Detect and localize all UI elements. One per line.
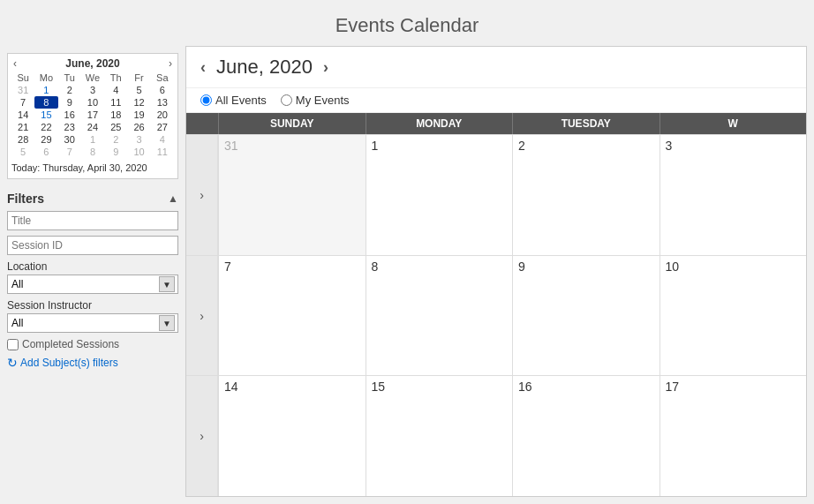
- mini-col-tu: Tu: [58, 71, 81, 84]
- calendar-panel: ‹ June, 2020 › All Events My Events: [185, 46, 807, 497]
- cal-header-sunday: SUNDAY: [218, 113, 366, 134]
- mini-cal-day[interactable]: 1: [81, 133, 104, 146]
- mini-cal-day[interactable]: 14: [11, 109, 34, 121]
- cal-day-8: 8: [366, 256, 513, 376]
- cal-week-3-nav[interactable]: ›: [186, 376, 218, 496]
- mini-col-th: Th: [104, 71, 127, 84]
- cal-day-17: 17: [659, 376, 807, 496]
- mini-cal-day[interactable]: 12: [127, 96, 150, 109]
- all-events-label: All Events: [215, 94, 267, 107]
- cal-weeks: › 31 1 2 3: [186, 134, 806, 496]
- mini-cal-day[interactable]: 9: [58, 96, 81, 109]
- mini-cal-day[interactable]: 26: [127, 121, 150, 133]
- all-events-radio-label[interactable]: All Events: [200, 94, 267, 107]
- mini-cal-day[interactable]: 9: [104, 146, 127, 158]
- mini-cal-day[interactable]: 8: [81, 146, 104, 158]
- mini-cal-day[interactable]: 27: [151, 121, 174, 133]
- cal-next-arrow[interactable]: ›: [323, 58, 328, 77]
- mini-cal-day[interactable]: 1: [34, 84, 57, 96]
- location-select[interactable]: All: [7, 275, 178, 294]
- mini-cal-day[interactable]: 7: [58, 146, 81, 158]
- cal-day-9: 9: [512, 256, 659, 376]
- cal-month-title: June, 2020: [216, 56, 313, 79]
- mini-calendar: ‹ June, 2020 › Su Mo Tu We Th Fr Sa: [7, 53, 178, 179]
- mini-cal-day[interactable]: 21: [11, 121, 34, 133]
- mini-cal-day[interactable]: 7: [11, 96, 34, 109]
- mini-cal-day[interactable]: 3: [81, 84, 104, 96]
- mini-cal-day[interactable]: 4: [151, 133, 174, 146]
- mini-cal-prev-button[interactable]: ‹: [11, 57, 19, 70]
- mini-cal-day[interactable]: 6: [151, 84, 174, 96]
- cal-day-headers: SUNDAY MONDAY TUESDAY W: [186, 113, 806, 134]
- mini-cal-day[interactable]: 24: [81, 121, 104, 133]
- mini-cal-day[interactable]: 10: [81, 96, 104, 109]
- mini-cal-title: June, 2020: [19, 57, 167, 70]
- cal-nav-header: ‹ June, 2020 ›: [186, 47, 806, 88]
- cal-day-7-num: 7: [224, 260, 231, 274]
- cal-day-31: 31: [218, 135, 366, 255]
- cal-day-1-num: 1: [372, 139, 379, 153]
- mini-cal-day[interactable]: 31: [11, 84, 34, 96]
- filters-toggle-icon[interactable]: ▲: [168, 192, 178, 205]
- mini-cal-day[interactable]: 10: [127, 146, 150, 158]
- session-id-filter-input[interactable]: [7, 236, 178, 255]
- mini-cal-day[interactable]: 29: [34, 133, 57, 146]
- mini-cal-day[interactable]: 13: [151, 96, 174, 109]
- my-events-radio[interactable]: [281, 94, 292, 106]
- cal-week-3: › 14 15 16 17: [186, 375, 806, 496]
- instructor-select[interactable]: All: [7, 313, 178, 333]
- page-wrapper: Events Calendar ‹ June, 2020 › Su Mo Tu: [0, 0, 814, 504]
- mini-cal-next-button[interactable]: ›: [167, 57, 174, 70]
- cal-day-10-num: 10: [666, 260, 680, 274]
- cal-day-9-num: 9: [518, 260, 525, 274]
- cal-day-16-num: 16: [518, 380, 532, 394]
- cal-header-wednesday: W: [659, 113, 807, 134]
- mini-col-fr: Fr: [127, 71, 150, 84]
- cal-day-10: 10: [659, 256, 807, 376]
- mini-cal-day[interactable]: 17: [81, 109, 104, 121]
- cal-header-spacer: [186, 113, 218, 134]
- mini-cal-day[interactable]: 19: [127, 109, 150, 121]
- completed-sessions-checkbox[interactable]: [7, 339, 19, 350]
- mini-cal-day[interactable]: 15: [34, 109, 57, 121]
- page-title: Events Calendar: [0, 14, 814, 37]
- mini-cal-day[interactable]: 16: [58, 109, 81, 121]
- cal-prev-arrow[interactable]: ‹: [200, 58, 206, 77]
- mini-cal-day[interactable]: 5: [127, 84, 150, 96]
- mini-cal-grid: Su Mo Tu We Th Fr Sa 3112345678910111213…: [11, 71, 174, 158]
- mini-cal-day[interactable]: 25: [104, 121, 127, 133]
- cal-day-8-num: 8: [372, 260, 379, 274]
- mini-cal-day[interactable]: 2: [58, 84, 81, 96]
- my-events-label: My Events: [296, 94, 350, 107]
- mini-cal-day[interactable]: 30: [58, 133, 81, 146]
- mini-cal-day[interactable]: 8: [34, 96, 57, 109]
- cal-day-17-num: 17: [666, 380, 680, 394]
- cal-day-7: 7: [218, 256, 366, 376]
- mini-cal-day[interactable]: 11: [104, 96, 127, 109]
- my-events-radio-label[interactable]: My Events: [281, 94, 350, 107]
- mini-cal-day[interactable]: 3: [127, 133, 150, 146]
- cal-week-2-nav[interactable]: ›: [186, 256, 218, 376]
- mini-cal-day[interactable]: 23: [58, 121, 81, 133]
- mini-cal-day[interactable]: 22: [34, 121, 57, 133]
- cal-week-1-nav[interactable]: ›: [186, 135, 218, 255]
- all-events-radio[interactable]: [200, 94, 212, 106]
- title-filter-input[interactable]: [7, 211, 178, 230]
- mini-cal-day[interactable]: 28: [11, 133, 34, 146]
- instructor-label: Session Instructor: [7, 299, 178, 312]
- mini-cal-day[interactable]: 20: [151, 109, 174, 121]
- mini-cal-day[interactable]: 5: [11, 146, 34, 158]
- mini-cal-day[interactable]: 6: [34, 146, 57, 158]
- cal-day-3-num: 3: [666, 139, 673, 153]
- mini-cal-day[interactable]: 4: [104, 84, 127, 96]
- mini-cal-day[interactable]: 11: [151, 146, 174, 158]
- main-area: ‹ June, 2020 › Su Mo Tu We Th Fr Sa: [0, 46, 814, 504]
- cal-day-2-num: 2: [518, 139, 525, 153]
- completed-sessions-row: Completed Sessions: [7, 338, 178, 350]
- cal-header-monday: MONDAY: [366, 113, 513, 134]
- instructor-select-wrapper: All ▼: [7, 313, 178, 333]
- filters-title: Filters: [7, 192, 44, 206]
- add-filters-link[interactable]: ↻ Add Subject(s) filters: [7, 356, 178, 370]
- mini-cal-day[interactable]: 2: [104, 133, 127, 146]
- mini-cal-day[interactable]: 18: [104, 109, 127, 121]
